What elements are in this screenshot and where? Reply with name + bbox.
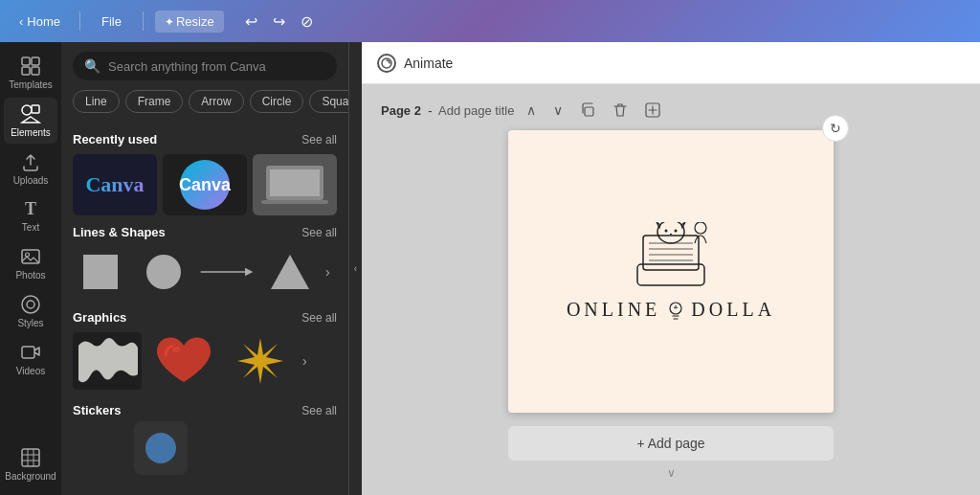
file-button[interactable]: File [92,11,131,33]
recently-used-title: Recently used [73,132,157,146]
page-label: Page 2 - Add page title [381,103,515,118]
svg-point-26 [145,433,176,463]
animate-icon [377,54,396,73]
filter-tag-square[interactable]: Square [309,90,348,113]
rotate-button[interactable]: ↻ [822,115,849,142]
search-input-wrap[interactable]: 🔍 [73,52,337,80]
logo-text: ONLINE DOLLA [567,299,775,322]
redo-icon: ↪ [273,12,285,31]
svg-point-9 [22,296,39,313]
logo-illustration [618,222,724,291]
stickers-see-all[interactable]: See all [301,404,337,417]
page-controls: Page 2 - Add page title ∧ ∨ [381,100,666,121]
left-sidebar: Templates Elements Uploads T [0,42,61,495]
sticker-item-2[interactable] [134,421,188,475]
shape-triangle[interactable] [262,247,318,297]
graphic-item-heart[interactable] [149,332,218,390]
sidebar-item-uploads[interactable]: Uploads [4,146,57,191]
filter-tag-circle[interactable]: Circle [250,90,304,113]
recently-item-laptop-image[interactable] [253,154,337,215]
scroll-hint-button[interactable]: ∨ [667,466,676,480]
sparkle-icon: ✦ [165,15,174,29]
page-delete-button[interactable] [607,100,634,121]
shapes-next-button[interactable]: › [325,264,330,280]
page-collapse-up-button[interactable]: ∧ [521,100,542,121]
animate-label[interactable]: Animate [404,56,453,71]
page-expand-down-button[interactable]: ∨ [547,100,568,121]
svg-rect-1 [32,57,39,65]
shape-circle[interactable] [136,247,191,297]
cloud-save-button[interactable]: ⊘ [295,9,319,34]
recently-item-canva-text[interactable]: Canva [73,154,157,215]
svg-rect-28 [585,107,593,116]
sidebar-item-videos[interactable]: Videos [4,336,57,382]
graphics-next-button[interactable]: › [302,353,307,369]
svg-rect-11 [22,347,34,358]
add-page-button[interactable]: + Add page [508,426,834,461]
svg-point-42 [674,229,677,232]
sidebar-item-elements[interactable]: Elements [4,98,57,144]
svg-point-21 [146,255,181,289]
graphics-section-header: Graphics See all [73,301,337,332]
resize-button[interactable]: ✦Resize [155,11,224,33]
lines-shapes-see-all[interactable]: See all [301,226,337,239]
panel-collapse-button[interactable]: ‹ [348,42,362,495]
search-input[interactable] [108,59,325,74]
recently-used-grid: Canva Canva › [73,154,337,215]
canva-circle-logo: Canva [180,160,230,210]
laptop-illustration [256,158,333,212]
canvas-page[interactable]: ↻ [508,130,834,413]
sidebar-item-styles[interactable]: Styles [4,288,57,334]
sidebar-item-background[interactable]: Background [4,441,57,487]
undo-icon: ↩ [245,12,257,31]
svg-rect-2 [22,67,30,75]
sidebar-item-text[interactable]: T Text [4,193,57,238]
shape-square[interactable] [73,247,128,297]
graphic-item-torn-paper[interactable] [73,332,142,390]
stickers-partial [73,421,337,481]
redo-button[interactable]: ↪ [267,9,291,34]
page-add-title[interactable]: Add page title [438,103,515,118]
templates-icon [20,56,41,77]
filter-tag-frame[interactable]: Frame [125,90,184,113]
canvas-logo: ONLINE DOLLA [567,222,775,322]
sidebar-item-label: Uploads [13,175,49,186]
sidebar-item-label: Text [22,222,39,233]
graphics-see-all[interactable]: See all [301,311,337,325]
page-add-button[interactable] [639,100,666,121]
recently-item-canva-circle[interactable]: Canva [163,154,247,215]
dolla-text: DOLLA [691,299,775,321]
svg-marker-40 [681,222,685,228]
undo-button[interactable]: ↩ [239,9,263,34]
svg-rect-3 [32,67,39,75]
sidebar-item-photos[interactable]: Photos [4,240,57,286]
sticker-item-1[interactable] [73,421,126,475]
sidebar-item-label: Templates [9,79,53,90]
collapse-icon: ‹ [354,263,357,274]
recently-used-see-all[interactable]: See all [301,133,337,146]
panel-content: Recently used See all Canva Canva [61,123,348,495]
elements-icon [20,103,41,124]
filter-tag-arrow[interactable]: Arrow [189,90,243,113]
svg-marker-23 [245,268,253,276]
page-copy-button[interactable] [574,100,601,121]
stickers-section-header: Stickers See all [73,394,337,421]
stickers-title: Stickers [73,403,122,417]
search-bar: 🔍 [61,42,348,90]
lines-shapes-title: Lines & Shapes [73,225,166,239]
svg-rect-0 [22,57,30,65]
filter-tag-line[interactable]: Line [73,90,120,113]
torn-paper-graphic [75,336,140,386]
back-button[interactable]: ‹ Home [11,11,68,33]
heart-graphic [155,334,212,388]
canvas-area: Animate Page 2 - Add page title ∧ ∨ [362,42,980,495]
sidebar-item-label: Videos [16,366,45,376]
sidebar-item-label: Elements [11,127,51,138]
svg-rect-32 [637,264,704,285]
uploads-icon [20,151,41,172]
star-graphic [232,334,289,388]
sidebar-item-templates[interactable]: Templates [4,50,57,96]
shape-line-arrow[interactable] [199,247,255,297]
cloud-icon: ⊘ [301,12,313,31]
graphic-item-star[interactable] [226,332,295,390]
